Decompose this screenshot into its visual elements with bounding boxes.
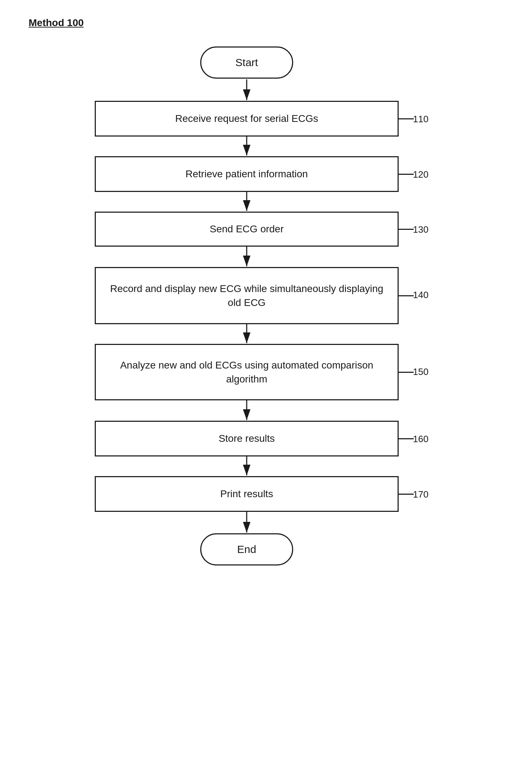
step-130-text: Send ECG order: [210, 223, 284, 235]
step-120-box: Retrieve patient information: [95, 156, 399, 192]
step-110-box: Receive request for serial ECGs: [95, 101, 399, 137]
step-170-text: Print results: [220, 488, 273, 500]
ref-160: 160: [413, 434, 428, 445]
diagram-title: Method 100: [29, 17, 84, 29]
ref-130: 130: [413, 224, 428, 235]
step-160-box: Store results: [95, 421, 399, 456]
step-160-text: Store results: [218, 433, 275, 444]
ref-line-170: [399, 494, 414, 495]
step-110-text: Receive request for serial ECGs: [175, 113, 318, 124]
ref-170: 170: [413, 489, 428, 500]
step-140-box: Record and display new ECG while simulta…: [95, 267, 399, 324]
start-label: Start: [235, 56, 258, 69]
step-170-box: Print results: [95, 476, 399, 512]
ref-line-160: [399, 438, 414, 439]
ref-150: 150: [413, 366, 428, 377]
end-node: End: [200, 533, 293, 565]
step-130-box: Send ECG order: [95, 212, 399, 247]
step-150-box: Analyze new and old ECGs using automated…: [95, 344, 399, 400]
diagram-container: Method 100 Start Receive request for ser…: [0, 0, 532, 771]
start-node: Start: [200, 46, 293, 79]
ref-line-130: [399, 229, 414, 230]
ref-120: 120: [413, 169, 428, 180]
step-140-text: Record and display new ECG while simulta…: [103, 282, 390, 310]
step-150-text: Analyze new and old ECGs using automated…: [103, 358, 390, 386]
ref-110: 110: [413, 114, 428, 125]
end-label: End: [237, 543, 256, 555]
step-120-text: Retrieve patient information: [186, 168, 308, 180]
ref-line-150: [399, 372, 414, 373]
ref-line-110: [399, 118, 414, 119]
ref-line-140: [399, 295, 414, 296]
ref-140: 140: [413, 290, 428, 301]
ref-line-120: [399, 174, 414, 175]
